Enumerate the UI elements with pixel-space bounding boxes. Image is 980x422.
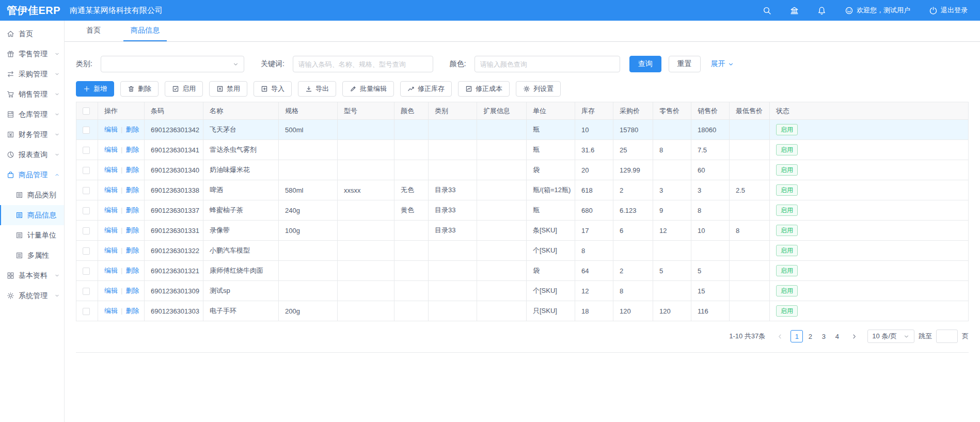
sidebar-item-multi-attribute[interactable]: 多属性 bbox=[0, 245, 64, 265]
edit-link[interactable]: 编辑 bbox=[104, 267, 118, 274]
edit-link[interactable]: 编辑 bbox=[104, 186, 118, 194]
table-row: 编辑|删除6901236301321康师傅红烧牛肉面袋64255启用 bbox=[76, 261, 969, 281]
jump-input[interactable] bbox=[936, 330, 958, 343]
link-separator: | bbox=[121, 307, 122, 315]
expand-link[interactable]: 展开 bbox=[711, 59, 734, 69]
select-all-checkbox[interactable] bbox=[83, 107, 90, 115]
export-button[interactable]: 导出 bbox=[298, 81, 336, 97]
column-header: 操作 bbox=[98, 102, 145, 120]
row-checkbox[interactable] bbox=[83, 268, 90, 275]
sidebar-item-label: 系统管理 bbox=[19, 291, 48, 301]
sidebar-item-measure-unit[interactable]: 计量单位 bbox=[0, 225, 64, 245]
color-input[interactable] bbox=[475, 56, 620, 72]
delete-link[interactable]: 删除 bbox=[125, 146, 139, 153]
cell-purchase: 25 bbox=[613, 140, 653, 160]
disable-button[interactable]: 禁用 bbox=[209, 81, 247, 97]
bank-icon[interactable] bbox=[790, 6, 799, 15]
row-checkbox[interactable] bbox=[83, 227, 90, 235]
sidebar-item-home[interactable]: 首页 bbox=[0, 24, 64, 44]
cell-model bbox=[338, 281, 394, 301]
cell-purchase: 15780 bbox=[613, 120, 653, 140]
x-square-icon bbox=[216, 85, 224, 92]
sidebar-item-system[interactable]: 系统管理 bbox=[0, 286, 64, 306]
logout-button[interactable]: 退出登录 bbox=[929, 6, 968, 15]
toolbar: 新增删除启用禁用导入导出批量编辑修正库存修正成本列设置 bbox=[76, 81, 969, 97]
import-button[interactable]: 导入 bbox=[254, 81, 292, 97]
prev-page-button[interactable] bbox=[773, 330, 786, 342]
cell-model bbox=[338, 160, 394, 180]
enable-button[interactable]: 启用 bbox=[165, 81, 203, 97]
row-checkbox[interactable] bbox=[83, 247, 90, 255]
edit-link[interactable]: 编辑 bbox=[104, 287, 118, 294]
delete-link[interactable]: 删除 bbox=[125, 166, 139, 174]
sidebar-item-label: 报表查询 bbox=[19, 150, 48, 160]
delete-link[interactable]: 删除 bbox=[125, 126, 139, 133]
delete-link[interactable]: 删除 bbox=[125, 287, 139, 294]
column-header: 状态 bbox=[770, 102, 969, 120]
edit-link[interactable]: 编辑 bbox=[104, 166, 118, 174]
cell-retail: 120 bbox=[653, 301, 691, 321]
delete-link[interactable]: 删除 bbox=[125, 246, 139, 254]
edit-link[interactable]: 编辑 bbox=[104, 307, 118, 315]
welcome-user[interactable]: 欢迎您，测试用户 bbox=[845, 6, 910, 15]
column-header: 单位 bbox=[527, 102, 575, 120]
sidebar-item-retail[interactable]: 零售管理 bbox=[0, 44, 64, 64]
sidebar-item-warehouse[interactable]: 仓库管理 bbox=[0, 104, 64, 124]
row-checkbox[interactable] bbox=[83, 127, 90, 134]
sidebar-item-sales[interactable]: 销售管理 bbox=[0, 84, 64, 104]
status-badge: 启用 bbox=[776, 144, 798, 156]
delete-link[interactable]: 删除 bbox=[125, 186, 139, 194]
cell-retail bbox=[653, 120, 691, 140]
delete-link[interactable]: 删除 bbox=[125, 267, 139, 274]
sidebar-item-basic-data[interactable]: 基本资料 bbox=[0, 265, 64, 286]
reset-button[interactable]: 重置 bbox=[669, 56, 701, 72]
page-button-4[interactable]: 4 bbox=[831, 330, 843, 342]
page-button-3[interactable]: 3 bbox=[817, 330, 830, 342]
sidebar-item-product[interactable]: 商品管理 bbox=[0, 165, 64, 185]
batch-edit-button[interactable]: 批量编辑 bbox=[342, 81, 394, 97]
sidebar-item-product-category[interactable]: 商品类别 bbox=[0, 185, 64, 205]
edit-link[interactable]: 编辑 bbox=[104, 246, 118, 254]
sidebar-item-purchase[interactable]: 采购管理 bbox=[0, 64, 64, 84]
tab-product-info[interactable]: 商品信息 bbox=[123, 21, 167, 41]
row-checkbox[interactable] bbox=[83, 167, 90, 174]
next-page-button[interactable] bbox=[848, 330, 860, 342]
product-table: 操作条码名称规格型号颜色类别扩展信息单位库存采购价零售价销售价最低售价状态 编辑… bbox=[76, 102, 969, 321]
row-checkbox[interactable] bbox=[83, 187, 90, 194]
edit-link[interactable]: 编辑 bbox=[104, 206, 118, 214]
page-button-1[interactable]: 1 bbox=[791, 330, 803, 342]
cell-sale: 7.5 bbox=[691, 140, 730, 160]
cell-purchase: 129.99 bbox=[613, 160, 653, 180]
edit-link[interactable]: 编辑 bbox=[104, 226, 118, 234]
sidebar-item-product-info[interactable]: 商品信息 bbox=[0, 205, 64, 225]
delete-button[interactable]: 删除 bbox=[120, 81, 159, 97]
page-button-2[interactable]: 2 bbox=[804, 330, 816, 342]
fix-stock-button[interactable]: 修正库存 bbox=[400, 81, 452, 97]
keyword-input[interactable] bbox=[293, 56, 433, 72]
delete-link[interactable]: 删除 bbox=[125, 226, 139, 234]
search-icon[interactable] bbox=[763, 6, 771, 15]
cell-name: 奶油味爆米花 bbox=[203, 160, 279, 180]
add-button[interactable]: 新增 bbox=[76, 81, 114, 97]
sidebar-item-label: 仓库管理 bbox=[19, 110, 48, 119]
sidebar-item-report[interactable]: 报表查询 bbox=[0, 145, 64, 165]
row-checkbox[interactable] bbox=[83, 308, 90, 315]
row-checkbox[interactable] bbox=[83, 207, 90, 214]
edit-link[interactable]: 编辑 bbox=[104, 126, 118, 133]
edit-link[interactable]: 编辑 bbox=[104, 146, 118, 153]
delete-link[interactable]: 删除 bbox=[125, 206, 139, 214]
delete-link[interactable]: 删除 bbox=[125, 307, 139, 315]
row-checkbox[interactable] bbox=[83, 147, 90, 154]
cell-ext bbox=[477, 241, 527, 261]
column-settings-button[interactable]: 列设置 bbox=[516, 81, 561, 97]
status-badge: 启用 bbox=[776, 245, 798, 257]
sidebar-item-finance[interactable]: 财务管理 bbox=[0, 124, 64, 145]
fix-cost-button[interactable]: 修正成本 bbox=[458, 81, 510, 97]
search-button[interactable]: 查询 bbox=[629, 56, 661, 72]
row-checkbox[interactable] bbox=[83, 288, 90, 295]
tab-home[interactable]: 首页 bbox=[79, 21, 108, 41]
category-select[interactable] bbox=[101, 56, 244, 72]
page-size-select[interactable]: 10 条/页 bbox=[867, 330, 914, 343]
doc-icon bbox=[15, 211, 23, 219]
bell-icon[interactable] bbox=[817, 6, 826, 15]
